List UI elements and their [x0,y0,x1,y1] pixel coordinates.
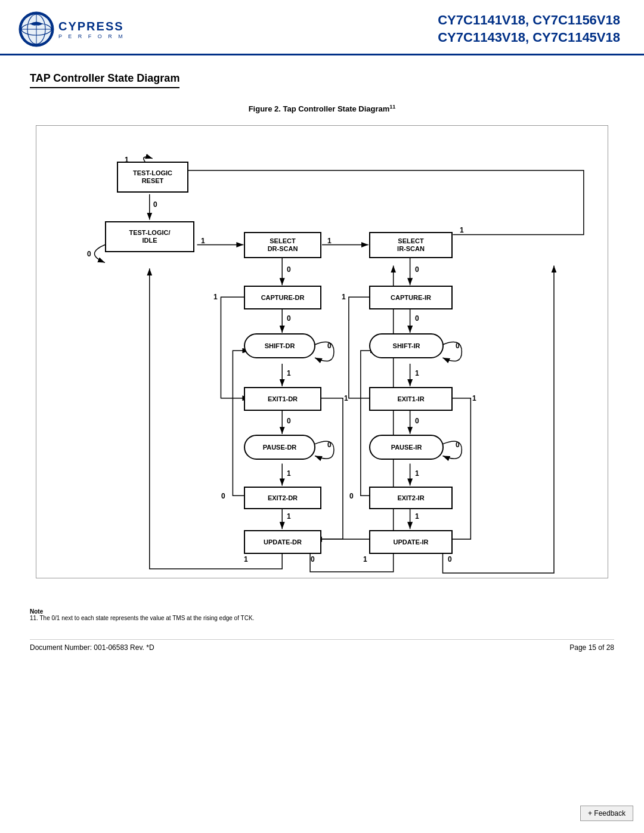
label-capdr-exit1dr: 1 [213,293,218,301]
document-number: Document Number: 001-06583 Rev. *D [30,643,154,652]
state-shift-dr: SHIFT-DR [244,333,315,358]
note-title: Note [30,608,614,615]
label-exit1ir-pauseir: 0 [415,417,419,425]
figure-caption: Figure 2. Tap Controller State Diagram11 [30,104,614,113]
label-pauseir-self: 0 [456,441,460,449]
logo-text: CYPRESS P E R F O R M [58,20,125,39]
label-shiftdr-exit1dr: 1 [287,369,291,377]
cypress-logo-icon [18,11,55,48]
label-selectir-capir: 0 [415,265,419,274]
label-pauseir-exit2ir: 1 [415,469,419,478]
label-pausedr-exit2dr: 1 [287,469,291,478]
state-pause-ir: PAUSE-IR [369,435,444,460]
label-shiftir-self: 0 [456,342,460,350]
label-updatedr-idle-1: 1 [244,555,248,563]
state-exit1-ir: EXIT1-IR [369,387,453,411]
state-exit2-ir: EXIT2-IR [369,487,453,509]
label-shiftir-exit1ir: 1 [415,369,419,377]
page-header: CYPRESS P E R F O R M CY7C1141V18, CY7C1… [0,0,644,55]
state-exit1-dr: EXIT1-DR [244,387,321,411]
label-exit2ir-updateir: 1 [415,512,419,521]
label-reset-self: 1 [125,156,129,164]
state-test-logic-reset: TEST-LOGICRESET [117,162,188,193]
note-text: 11. The 0/1 next to each state represent… [30,615,614,621]
state-select-dr: SELECTDR-SCAN [244,232,321,258]
label-updateir-1: 1 [363,555,367,563]
state-exit2-dr: EXIT2-DR [244,487,321,509]
label-exit1dr-pausedr: 0 [287,417,291,425]
state-test-logic-idle: TEST-LOGIC/IDLE [105,221,194,252]
label-selectir-reset: 1 [460,226,464,234]
label-exit2dr-updatedr: 1 [287,512,291,521]
logo-perform-text: P E R F O R M [58,33,125,39]
logo-cypress-text: CYPRESS [58,20,124,33]
title-line1: CY7C1141V18, CY7C1156V18 CY7C1143V18, CY… [438,12,620,46]
state-capture-ir: CAPTURE-IR [369,286,453,309]
main-content: TAP Controller State Diagram Figure 2. T… [0,55,644,590]
state-select-ir: SELECTIR-SCAN [369,232,453,258]
footer-bar: Document Number: 001-06583 Rev. *D Page … [30,639,614,652]
label-idle-selectdr: 1 [201,237,205,245]
label-capdr-shiftdr-down: 0 [287,314,291,323]
label-exit1ir-updateir: 1 [472,394,476,402]
state-pause-dr: PAUSE-DR [244,435,315,460]
footer-section: Note 11. The 0/1 next to each state repr… [0,602,644,658]
state-diagram: TEST-LOGICRESET TEST-LOGIC/IDLE SELECTDR… [36,125,608,578]
label-updateir-0: 0 [448,555,452,563]
section-title: TAP Controller State Diagram [30,72,179,88]
label-exit2ir-shiftir: 0 [349,492,354,500]
label-shiftdr-self: 0 [327,342,332,350]
label-exit2dr-shiftdr: 0 [221,492,225,500]
label-reset-idle: 0 [153,200,157,209]
label-updatedr-idle-0: 0 [311,555,315,563]
label-idle-self: 0 [87,250,91,258]
document-title: CY7C1141V18, CY7C1156V18 CY7C1143V18, CY… [438,12,620,46]
state-capture-dr: CAPTURE-DR [244,286,321,309]
label-capir-shiftir-down: 0 [415,314,419,323]
label-selectdr-capdr: 0 [287,265,291,274]
diagram-arrows [36,126,608,578]
state-update-ir: UPDATE-IR [369,530,453,554]
page-number: Page 15 of 28 [569,643,614,652]
label-selectdr-selectir: 1 [327,237,332,245]
feedback-button[interactable]: + Feedback [580,806,633,821]
note-section: Note 11. The 0/1 next to each state repr… [30,608,614,621]
state-shift-ir: SHIFT-IR [369,333,444,358]
state-update-dr: UPDATE-DR [244,530,321,554]
logo-area: CYPRESS P E R F O R M [18,11,125,48]
label-capir-exit1ir: 1 [342,293,346,301]
label-exit1dr-updatedr: 1 [344,394,348,402]
label-pausedr-self: 0 [327,441,332,449]
